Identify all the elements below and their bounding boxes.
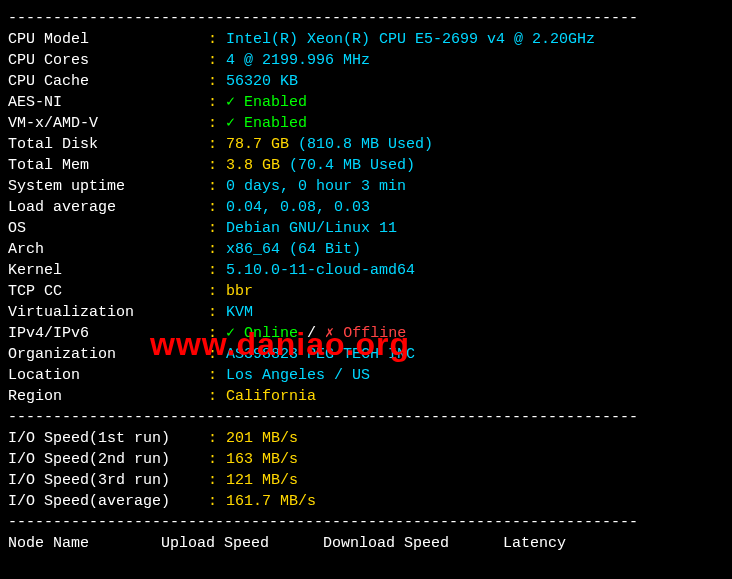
row-disk: Total Disk : 78.7 GB (810.8 MB Used) — [8, 134, 724, 155]
colon: : — [208, 449, 226, 470]
label: I/O Speed(3rd run) — [8, 470, 208, 491]
value: 163 MB/s — [226, 449, 298, 470]
row-cpu-cache: CPU Cache : 56320 KB — [8, 71, 724, 92]
colon: : — [208, 491, 226, 512]
row-loc: Location : Los Angeles / US — [8, 365, 724, 386]
label: I/O Speed(1st run) — [8, 428, 208, 449]
value: Enabled — [244, 92, 307, 113]
value-used: (810.8 MB Used) — [298, 134, 433, 155]
value: Debian GNU/Linux 11 — [226, 218, 397, 239]
label: AES-NI — [8, 92, 208, 113]
label: Arch — [8, 239, 208, 260]
colon: : — [208, 218, 226, 239]
label: CPU Cache — [8, 71, 208, 92]
label: I/O Speed(2nd run) — [8, 449, 208, 470]
value: 201 MB/s — [226, 428, 298, 449]
row-kernel: Kernel : 5.10.0-11-cloud-amd64 — [8, 260, 724, 281]
value: 3.8 GB — [226, 155, 289, 176]
colon: : — [208, 281, 226, 302]
value: x86_64 (64 Bit) — [226, 239, 361, 260]
row-region: Region : California — [8, 386, 724, 407]
value: Intel(R) Xeon(R) CPU E5-2699 v4 @ 2.20GH… — [226, 29, 595, 50]
row-ioavg: I/O Speed(average) : 161.7 MB/s — [8, 491, 724, 512]
label: Location — [8, 365, 208, 386]
row-vmx: VM-x/AMD-V : ✓ Enabled — [8, 113, 724, 134]
colon: : — [208, 260, 226, 281]
row-uptime: System uptime : 0 days, 0 hour 3 min — [8, 176, 724, 197]
colon: : — [208, 239, 226, 260]
label: CPU Model — [8, 29, 208, 50]
row-io2: I/O Speed(2nd run) : 163 MB/s — [8, 449, 724, 470]
label: VM-x/AMD-V — [8, 113, 208, 134]
colon: : — [208, 197, 226, 218]
divider-top: ----------------------------------------… — [8, 8, 724, 29]
label: CPU Cores — [8, 50, 208, 71]
row-virt: Virtualization : KVM — [8, 302, 724, 323]
colon: : — [208, 71, 226, 92]
watermark: www.daniao.org — [150, 322, 410, 367]
row-arch: Arch : x86_64 (64 Bit) — [8, 239, 724, 260]
colon: : — [208, 50, 226, 71]
row-aes: AES-NI : ✓ Enabled — [8, 92, 724, 113]
value: 5.10.0-11-cloud-amd64 — [226, 260, 415, 281]
value: bbr — [226, 281, 253, 302]
label: System uptime — [8, 176, 208, 197]
label: Kernel — [8, 260, 208, 281]
value: 56320 KB — [226, 71, 298, 92]
row-io3: I/O Speed(3rd run) : 121 MB/s — [8, 470, 724, 491]
colon: : — [208, 386, 226, 407]
colon: : — [208, 113, 226, 134]
label: Virtualization — [8, 302, 208, 323]
row-io1: I/O Speed(1st run) : 201 MB/s — [8, 428, 724, 449]
colon: : — [208, 155, 226, 176]
value: 161.7 MB/s — [226, 491, 316, 512]
divider-io: ----------------------------------------… — [8, 512, 724, 533]
colon: : — [208, 176, 226, 197]
colon: : — [208, 29, 226, 50]
label: Load average — [8, 197, 208, 218]
value: Los Angeles / US — [226, 365, 370, 386]
label: Total Mem — [8, 155, 208, 176]
check-icon: ✓ — [226, 113, 244, 134]
speed-test-headers: Node Name Upload Speed Download Speed La… — [8, 533, 724, 554]
label: I/O Speed(average) — [8, 491, 208, 512]
row-load: Load average : 0.04, 0.08, 0.03 — [8, 197, 724, 218]
colon: : — [208, 470, 226, 491]
value: 0 days, 0 hour 3 min — [226, 176, 406, 197]
row-cpu-model: CPU Model : Intel(R) Xeon(R) CPU E5-2699… — [8, 29, 724, 50]
value-used: (70.4 MB Used) — [289, 155, 415, 176]
colon: : — [208, 365, 226, 386]
row-mem: Total Mem : 3.8 GB (70.4 MB Used) — [8, 155, 724, 176]
value: KVM — [226, 302, 253, 323]
label: Region — [8, 386, 208, 407]
value: California — [226, 386, 316, 407]
label: Total Disk — [8, 134, 208, 155]
value: 4 @ 2199.996 MHz — [226, 50, 370, 71]
value: Enabled — [244, 113, 307, 134]
label: OS — [8, 218, 208, 239]
check-icon: ✓ — [226, 92, 244, 113]
colon: : — [208, 428, 226, 449]
value: 78.7 GB — [226, 134, 298, 155]
label: TCP CC — [8, 281, 208, 302]
value: 0.04, 0.08, 0.03 — [226, 197, 370, 218]
row-cpu-cores: CPU Cores : 4 @ 2199.996 MHz — [8, 50, 724, 71]
colon: : — [208, 134, 226, 155]
value: 121 MB/s — [226, 470, 298, 491]
divider-mid: ----------------------------------------… — [8, 407, 724, 428]
row-tcpcc: TCP CC : bbr — [8, 281, 724, 302]
row-os: OS : Debian GNU/Linux 11 — [8, 218, 724, 239]
colon: : — [208, 302, 226, 323]
colon: : — [208, 92, 226, 113]
